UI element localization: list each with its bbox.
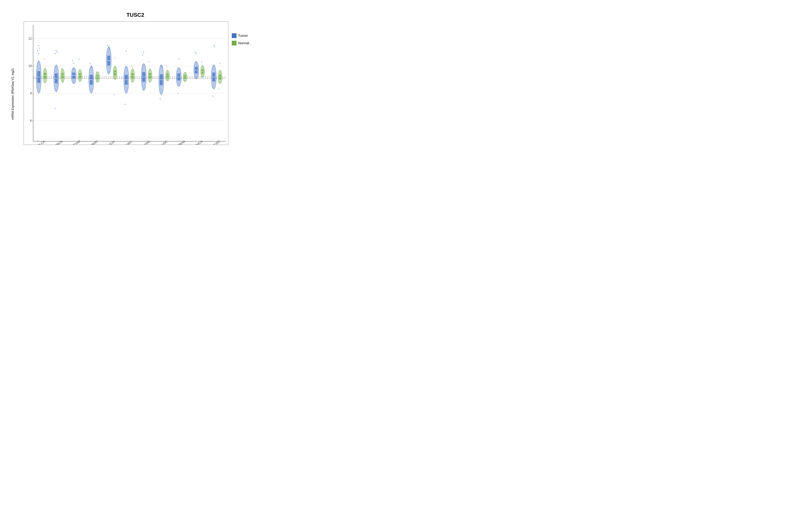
svg-rect-528	[162, 70, 162, 71]
svg-rect-142	[63, 74, 63, 74]
svg-rect-353	[115, 69, 115, 69]
svg-rect-180	[72, 72, 73, 72]
svg-rect-71	[44, 74, 45, 75]
svg-rect-178	[74, 73, 75, 73]
svg-text:LUAD: LUAD	[142, 140, 151, 145]
svg-rect-204	[81, 76, 81, 77]
svg-rect-251	[90, 72, 91, 73]
svg-rect-220	[79, 70, 80, 71]
plot-box: 681012BLCABRCACOADHNSCKICHKIRCLUADLUSCPR…	[24, 21, 229, 145]
svg-rect-473	[151, 79, 151, 80]
svg-rect-279	[96, 75, 97, 76]
svg-rect-394	[126, 68, 127, 68]
svg-rect-436	[143, 88, 144, 89]
svg-rect-663	[197, 65, 197, 65]
svg-rect-711	[213, 86, 213, 86]
svg-rect-100	[55, 82, 55, 83]
svg-rect-482	[149, 75, 150, 76]
svg-rect-62	[44, 78, 45, 79]
svg-rect-103	[56, 80, 56, 80]
svg-rect-34	[40, 78, 40, 79]
svg-rect-297	[108, 72, 109, 72]
svg-rect-252	[92, 71, 92, 72]
svg-rect-575	[178, 83, 178, 84]
svg-rect-455	[143, 72, 144, 72]
svg-rect-94	[55, 88, 56, 88]
svg-rect-176	[73, 74, 73, 74]
svg-rect-106	[56, 77, 57, 78]
svg-rect-65	[44, 77, 44, 77]
svg-rect-163	[72, 80, 73, 81]
svg-rect-177	[72, 73, 73, 74]
svg-rect-138	[63, 75, 64, 76]
svg-rect-234	[90, 87, 91, 87]
svg-rect-66	[45, 76, 46, 77]
svg-rect-726	[214, 74, 215, 74]
svg-rect-410	[133, 77, 134, 78]
svg-rect-532	[161, 67, 161, 67]
svg-rect-50	[38, 62, 39, 62]
svg-rect-752	[219, 78, 219, 79]
svg-rect-117	[55, 68, 56, 69]
svg-rect-210	[79, 74, 80, 74]
svg-rect-118	[56, 67, 56, 68]
svg-rect-518	[162, 80, 162, 80]
svg-rect-494	[150, 70, 151, 71]
svg-rect-717	[214, 81, 214, 81]
svg-rect-563	[167, 71, 167, 72]
svg-rect-618	[185, 77, 185, 77]
svg-rect-588	[179, 76, 179, 76]
svg-rect-17	[38, 45, 39, 46]
svg-rect-191	[79, 59, 80, 59]
svg-rect-741	[219, 63, 220, 64]
svg-rect-149	[62, 71, 63, 71]
svg-rect-391	[126, 70, 126, 71]
svg-rect-724	[213, 75, 214, 76]
legend-item-normal: Normal	[232, 41, 260, 46]
svg-rect-765	[219, 73, 219, 73]
svg-rect-152	[63, 70, 63, 70]
svg-rect-519	[160, 79, 160, 79]
svg-rect-442	[142, 83, 143, 83]
svg-text:THCA: THCA	[195, 140, 203, 145]
svg-rect-212	[80, 73, 80, 74]
svg-rect-647	[195, 73, 196, 74]
svg-rect-301	[109, 68, 109, 69]
svg-rect-478	[149, 77, 149, 78]
svg-rect-195	[80, 79, 80, 80]
svg-rect-229	[91, 91, 92, 92]
svg-rect-579	[177, 81, 178, 81]
svg-rect-723	[215, 76, 215, 77]
svg-rect-646	[197, 74, 197, 74]
svg-rect-104	[55, 79, 55, 80]
svg-text:10: 10	[29, 64, 32, 68]
svg-rect-553	[167, 75, 168, 75]
svg-rect-160	[73, 82, 73, 82]
svg-rect-470	[150, 80, 151, 81]
svg-text:BLCA: BLCA	[37, 140, 46, 145]
svg-rect-27	[39, 86, 40, 86]
svg-rect-450	[144, 76, 145, 77]
svg-rect-311	[109, 60, 109, 60]
svg-rect-139	[62, 75, 63, 75]
svg-rect-522	[161, 76, 161, 76]
svg-rect-633	[185, 72, 186, 73]
svg-rect-127	[62, 80, 63, 80]
svg-rect-630	[185, 73, 185, 74]
svg-rect-316	[108, 56, 109, 56]
svg-rect-206	[79, 75, 79, 76]
svg-rect-194	[80, 80, 81, 80]
svg-rect-317	[107, 55, 108, 55]
svg-rect-698	[202, 67, 203, 67]
svg-rect-438	[143, 87, 144, 87]
svg-rect-468	[149, 81, 150, 82]
svg-rect-72	[44, 74, 45, 74]
svg-rect-272	[96, 77, 97, 78]
svg-rect-128	[63, 80, 63, 80]
svg-rect-631	[184, 73, 185, 73]
svg-rect-294	[108, 47, 109, 47]
svg-rect-203	[79, 76, 80, 77]
svg-rect-109	[57, 75, 57, 75]
svg-rect-338	[115, 75, 115, 76]
svg-rect-557	[168, 73, 168, 74]
